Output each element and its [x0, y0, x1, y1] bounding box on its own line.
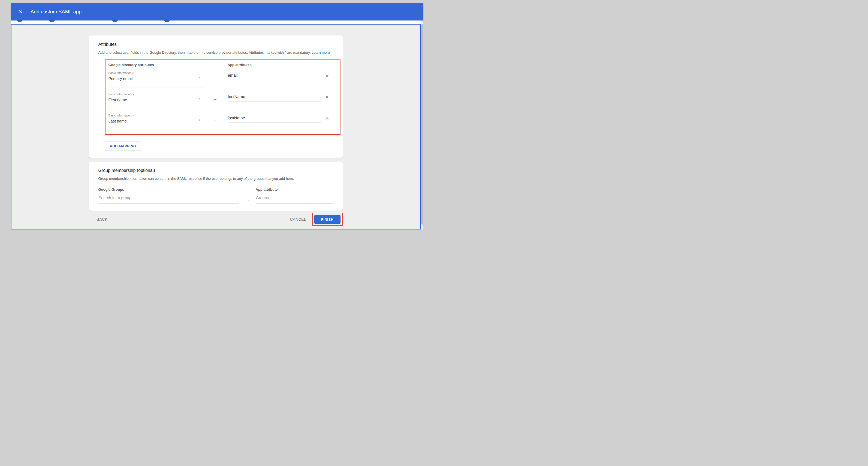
app-attribute-field [228, 113, 321, 131]
group-card-description: Group membership information can be sent… [98, 176, 333, 181]
app-attribute-field [228, 70, 321, 88]
mapping-annotation-box: Google directory attributes App attribut… [105, 59, 340, 135]
attribute-category-label: Basic Information > [108, 92, 203, 96]
maps-to-arrow-icon: → [239, 195, 256, 204]
attribute-category-label: Basic Information > [108, 70, 203, 75]
attributes-card: Attributes Add and select user fields in… [89, 35, 343, 158]
content-column: Attributes Add and select user fields in… [89, 35, 343, 225]
group-card-title: Group membership (optional) [98, 168, 333, 173]
group-mapping-row: → [98, 195, 333, 204]
group-membership-card: Group membership (optional) Group member… [89, 162, 343, 211]
google-groups-label: Google Groups [98, 187, 239, 192]
attribute-selected-value: Last name [108, 119, 203, 123]
app-attribute-input-lastname[interactable] [228, 115, 321, 123]
app-attribute-label: App attribute [256, 187, 333, 192]
app-attribute-field [228, 92, 321, 109]
scrollbar-track[interactable] [421, 21, 423, 229]
chevron-down-icon: ▼ [198, 119, 201, 121]
dialog-title: Add custom SAML app [31, 9, 82, 15]
attributes-card-title: Attributes [98, 42, 333, 47]
app-attribute-input-email[interactable] [228, 73, 321, 80]
maps-to-arrow-icon: → [203, 70, 228, 88]
finish-button[interactable]: FINISH [314, 215, 340, 224]
add-mapping-button[interactable]: ADD MAPPING [105, 141, 141, 151]
mapping-row: Basic Information > First name ▼ → × [108, 92, 340, 109]
group-search-input[interactable] [98, 196, 239, 204]
chevron-down-icon: ▼ [198, 97, 201, 100]
attribute-selected-value: Primary email [108, 77, 203, 81]
maps-to-arrow-icon: → [203, 113, 228, 131]
remove-mapping-icon[interactable]: × [325, 113, 329, 131]
page-backdrop: { "colors": { "header_blue": "#3367d6", … [0, 0, 434, 233]
mapping-column-headers: Google directory attributes App attribut… [108, 63, 340, 67]
remove-mapping-icon[interactable]: × [325, 70, 329, 88]
scrollbar-thumb[interactable] [421, 24, 423, 225]
attributes-description-text: Add and select user fields in the Google… [98, 51, 312, 55]
directory-attribute-select-first-name[interactable]: Basic Information > First name ▼ [108, 92, 203, 109]
finish-annotation-box: FINISH [312, 213, 343, 226]
dialog-footer: BACK CANCEL FINISH [89, 213, 343, 225]
back-button[interactable]: BACK [97, 217, 108, 222]
attribute-category-label: Basic Information > [108, 113, 203, 117]
app-attribute-input-firstname[interactable] [228, 94, 321, 101]
directory-attribute-select-last-name[interactable]: Basic Information > Last name ▼ [108, 113, 203, 130]
remove-mapping-icon[interactable]: × [325, 92, 329, 109]
attribute-selected-value: First name [108, 98, 203, 102]
learn-more-link[interactable]: Learn more [312, 51, 330, 55]
attributes-card-description: Add and select user fields in the Google… [98, 50, 333, 55]
dialog-header: × Add custom SAML app [11, 3, 423, 21]
close-icon[interactable]: × [17, 8, 25, 16]
directory-attribute-select-primary-email[interactable]: Basic Information > Primary email ▼ [108, 70, 203, 88]
app-attributes-column-label: App attributes [228, 63, 252, 67]
add-saml-app-dialog: × Add custom SAML app Attributes Add and… [11, 3, 423, 229]
dialog-body-panel: Attributes Add and select user fields in… [11, 24, 421, 229]
groups-app-attribute-input[interactable] [256, 196, 333, 204]
maps-to-arrow-icon: → [203, 92, 228, 109]
chevron-down-icon: ▼ [198, 76, 201, 79]
mapping-row: Basic Information > Last name ▼ → × [108, 113, 340, 131]
mapping-row: Basic Information > Primary email ▼ → × [108, 70, 340, 88]
directory-attributes-column-label: Google directory attributes [108, 63, 228, 67]
cancel-button[interactable]: CANCEL [290, 217, 306, 222]
group-column-headers: Google Groups App attribute [98, 187, 333, 192]
